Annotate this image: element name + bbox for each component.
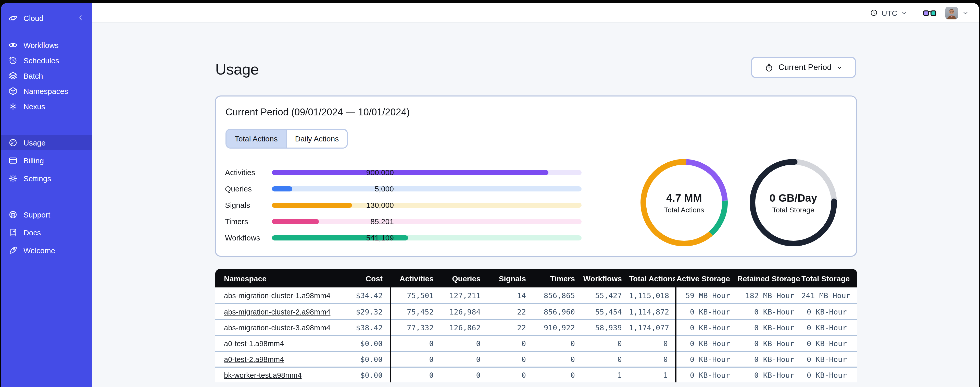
sidebar-item-label: Batch [24,71,43,80]
cell-cost: $0.00 [332,371,390,379]
cell-total_actions: 1,115,018 [629,291,675,299]
sidebar-item-batch[interactable]: Batch [1,68,92,83]
bar-row-workflows: Workflows541,109 [216,230,629,246]
bar-fill [272,219,319,224]
sidebar-item-welcome[interactable]: Welcome [1,243,92,258]
billing-icon [8,155,18,165]
cell-total_storage: 241 MB-Hour [802,291,854,299]
period-selector-label: Current Period [778,63,832,72]
collapse-sidebar-icon[interactable] [76,14,85,22]
bar-label: Activities [225,168,255,177]
bar-label: Queries [225,184,252,193]
bar-value: 900,000 [366,168,394,177]
sidebar-divider [1,200,92,200]
sidebar-item-billing[interactable]: Billing [1,153,92,168]
cell-timers: 856,865 [533,291,582,299]
column-header-queries: Queries [441,274,488,283]
tab-daily-actions[interactable]: Daily Actions [286,130,347,147]
cell-signals: 22 [488,323,533,332]
cell-queries: 126,862 [441,323,488,332]
table-row: abs-migration-cluster-2.a98mm4$29.3275,4… [215,303,857,319]
cell-namespace: abs-migration-cluster-1.a98mm4 [215,291,332,300]
cell-active_storage: 0 KB-Hour [675,371,737,379]
feedback-glasses-button[interactable] [923,8,937,17]
page-title: Usage [215,61,259,78]
support-icon [8,209,18,219]
cell-signals: 0 [488,355,533,363]
cell-timers: 910,922 [533,323,582,332]
period-selector-button[interactable]: Current Period [751,57,856,78]
cell-workflows: 55,427 [582,291,629,299]
stopwatch-icon [764,62,774,72]
cell-active_storage: 0 KB-Hour [675,308,737,316]
sidebar-item-workflows[interactable]: Workflows [1,37,92,53]
schedules-icon [8,55,18,65]
bar-value: 5,000 [375,184,394,193]
sidebar-item-support[interactable]: Support [1,207,92,222]
cell-total_storage: 0 KB-Hour [802,323,854,332]
bar-track [272,235,582,240]
batch-icon [8,71,18,80]
column-header-activities: Activities [390,274,441,283]
column-header-signals: Signals [488,274,533,283]
bar-row-timers: Timers85,201 [216,213,629,230]
bar-fill [272,170,549,175]
cell-retained_storage: 0 KB-Hour [737,355,802,363]
sidebar-item-docs[interactable]: Docs [1,225,92,240]
tab-total-actions[interactable]: Total Actions [226,130,286,147]
table-body: abs-migration-cluster-1.a98mm4$34.4275,5… [215,288,857,382]
timezone-selector[interactable]: UTC [870,8,908,17]
namespace-link[interactable]: a0-test-1.a98mm4 [224,339,284,347]
cell-cost: $29.32 [332,308,390,316]
period-chevron-down-icon [836,64,843,71]
sidebar-item-schedules[interactable]: Schedules [1,53,92,68]
bar-label: Timers [225,217,248,225]
cell-total_actions: 1,114,872 [629,308,675,316]
bar-row-queries: Queries5,000 [216,181,629,197]
bar-track [272,203,582,208]
total-actions-value: 4.7 MM [666,192,702,204]
cell-namespace: abs-migration-cluster-3.a98mm4 [215,323,332,332]
main-content: Usage Current Period Current Period (09/… [92,23,979,387]
card-title: Current Period (09/01/2024 — 10/01/2024) [226,107,410,118]
sidebar-item-label: Welcome [24,246,55,254]
cell-activities: 75,501 [390,291,441,299]
column-header-retained_storage: Retained Storage [737,274,802,283]
avatar[interactable] [945,6,958,19]
sidebar-item-settings[interactable]: Settings [1,171,92,186]
namespace-link[interactable]: abs-migration-cluster-2.a98mm4 [224,308,330,316]
cell-queries: 126,984 [441,308,488,316]
cell-queries: 0 [441,355,488,363]
account-menu[interactable] [945,6,969,19]
namespace-usage-table: NamespaceCostActivitiesQueriesSignalsTim… [215,269,857,382]
cell-cost: $0.00 [332,339,390,347]
cell-cost: $0.00 [332,355,390,363]
nexus-icon [8,101,18,111]
sidebar-item-label: Support [24,210,50,219]
namespace-link[interactable]: a0-test-2.a98mm4 [224,355,284,363]
bar-label: Workflows [225,233,260,242]
column-header-workflows: Workflows [582,274,629,283]
sidebar-brand-label: Cloud [24,14,43,22]
bar-value: 541,109 [366,233,394,242]
bar-label: Signals [225,201,250,209]
column-header-timers: Timers [533,274,582,283]
cell-activities: 77,332 [390,323,441,332]
clock-icon [870,9,878,17]
top-bar: UTC [92,3,979,23]
sidebar-item-label: Usage [24,138,46,147]
bar-value: 85,201 [371,217,394,225]
sidebar-item-label: Settings [24,174,51,182]
cell-workflows: 55,454 [582,308,629,316]
namespace-link[interactable]: abs-migration-cluster-1.a98mm4 [224,291,330,299]
sidebar-item-usage[interactable]: Usage [1,135,92,150]
namespace-link[interactable]: abs-migration-cluster-3.a98mm4 [224,323,330,332]
sidebar-brand[interactable]: Cloud [1,10,92,26]
cell-timers: 856,960 [533,308,582,316]
timezone-label: UTC [881,8,897,17]
namespace-link[interactable]: bk-worker-test.a98mm4 [224,371,302,379]
cell-signals: 22 [488,308,533,316]
sidebar-item-nexus[interactable]: Nexus [1,99,92,114]
cell-total_actions: 0 [629,355,675,363]
sidebar-item-namespaces[interactable]: Namespaces [1,83,92,99]
